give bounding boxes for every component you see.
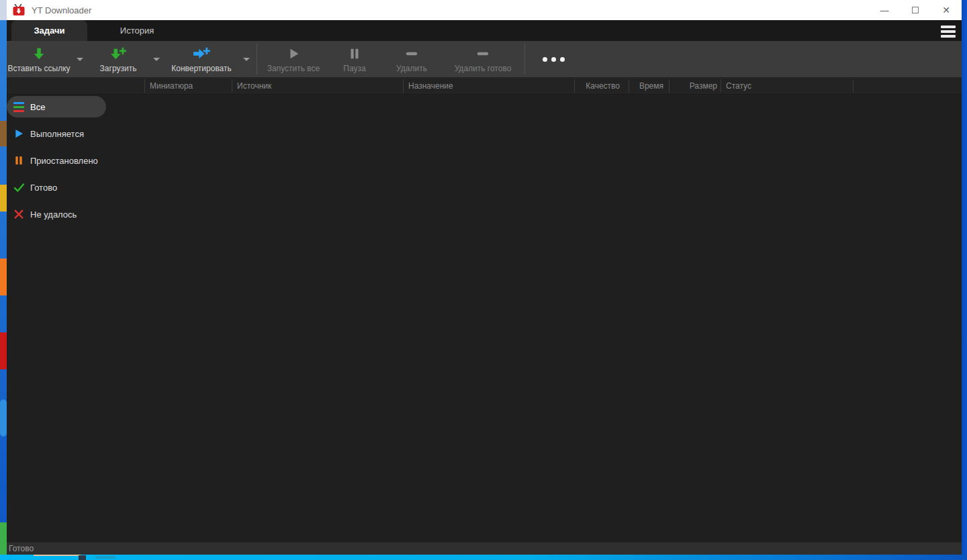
pause-label: Пауза bbox=[343, 64, 365, 73]
menu-button[interactable] bbox=[941, 26, 956, 38]
convert-label: Конвертировать bbox=[171, 64, 232, 73]
desktop-icon-fragment bbox=[0, 400, 7, 436]
taskbar-fragment bbox=[34, 555, 81, 556]
remove-icon bbox=[404, 46, 420, 61]
column-header-time[interactable]: Время bbox=[629, 77, 663, 95]
window-title: YT Downloader bbox=[32, 5, 91, 15]
delete-done-label: Удалить готово bbox=[455, 64, 512, 73]
convert-button[interactable]: Конвертировать bbox=[165, 41, 238, 77]
column-header-destination[interactable]: Назначение bbox=[408, 77, 453, 95]
column-header-thumbnail[interactable]: Миниатюра bbox=[150, 77, 193, 95]
delete-done-button[interactable]: Удалить готово bbox=[443, 41, 523, 77]
desktop-background-right bbox=[961, 0, 967, 560]
task-list-area: Все Выполняется Приостановлено Готово Не… bbox=[7, 95, 962, 542]
desktop-icon-fragment bbox=[0, 0, 7, 20]
remove-icon bbox=[475, 46, 491, 61]
minimize-button[interactable]: — bbox=[869, 0, 900, 20]
hamburger-icon bbox=[941, 26, 956, 28]
toolbar-separator bbox=[524, 44, 525, 75]
tab-tasks[interactable]: Задачи bbox=[11, 20, 87, 41]
column-header-status[interactable]: Статус bbox=[726, 77, 751, 95]
play-icon bbox=[13, 128, 24, 139]
status-bar: Готово bbox=[7, 542, 962, 555]
download-plus-icon bbox=[109, 46, 128, 61]
column-header-source[interactable]: Источник bbox=[237, 77, 271, 95]
app-logo-icon bbox=[13, 4, 26, 16]
filter-done-label: Готово bbox=[30, 183, 57, 193]
toolbar-separator bbox=[257, 44, 257, 75]
app-window: YT Downloader — ✕ Задачи История Вставит… bbox=[7, 0, 962, 555]
tab-bar: Задачи История bbox=[7, 20, 962, 41]
desktop-icon-fragment bbox=[0, 332, 7, 369]
check-icon bbox=[13, 182, 25, 193]
column-header-size[interactable]: Размер bbox=[669, 77, 717, 95]
chevron-down-icon bbox=[77, 58, 83, 61]
chevron-down-icon bbox=[243, 58, 250, 61]
download-arrow-icon bbox=[32, 46, 46, 61]
filter-failed-label: Не удалось bbox=[30, 209, 77, 220]
table-header: Миниатюра Источник Назначение Качество В… bbox=[7, 77, 962, 95]
filter-paused-label: Приостановлено bbox=[30, 156, 98, 166]
download-label: Загрузить bbox=[100, 64, 137, 73]
title-bar: YT Downloader — ✕ bbox=[7, 0, 962, 20]
chevron-down-icon bbox=[153, 58, 160, 61]
cross-icon bbox=[13, 209, 24, 220]
pause-icon bbox=[13, 155, 24, 166]
desktop-icon-fragment bbox=[0, 121, 7, 146]
convert-dropdown[interactable] bbox=[238, 41, 255, 77]
ellipsis-icon bbox=[543, 57, 547, 62]
maximize-icon bbox=[912, 7, 919, 13]
pause-button[interactable]: Пауза bbox=[328, 41, 381, 77]
delete-button[interactable]: Удалить bbox=[381, 41, 443, 77]
play-icon bbox=[286, 46, 301, 61]
filter-done[interactable]: Готово bbox=[7, 177, 106, 198]
filter-paused[interactable]: Приостановлено bbox=[7, 150, 106, 171]
start-all-label: Запустить все bbox=[267, 64, 320, 73]
start-all-button[interactable]: Запустить все bbox=[259, 41, 328, 77]
column-header-quality[interactable]: Качество bbox=[574, 77, 620, 95]
close-button[interactable]: ✕ bbox=[931, 0, 962, 20]
filter-running[interactable]: Выполняется bbox=[7, 123, 106, 144]
taskbar-fragment bbox=[95, 556, 116, 559]
download-dropdown[interactable] bbox=[148, 41, 165, 77]
paste-link-dropdown[interactable] bbox=[71, 41, 89, 77]
maximize-button[interactable] bbox=[900, 0, 931, 20]
desktop-icon-fragment bbox=[0, 522, 7, 555]
pause-icon bbox=[347, 46, 362, 61]
filter-all[interactable]: Все bbox=[7, 96, 106, 118]
desktop-icon-fragment bbox=[0, 185, 7, 212]
desktop-taskbar-strip bbox=[0, 555, 967, 560]
status-text: Готово bbox=[9, 544, 34, 553]
desktop-icon-fragment bbox=[0, 259, 7, 295]
toolbar: Вставить ссылку Загрузить Конвертировать bbox=[7, 41, 962, 77]
desktop-background-left bbox=[0, 0, 7, 560]
filter-failed[interactable]: Не удалось bbox=[7, 203, 106, 225]
tab-history[interactable]: История bbox=[87, 20, 187, 41]
filter-all-label: Все bbox=[30, 102, 45, 112]
delete-label: Удалить bbox=[396, 64, 427, 73]
paste-link-button[interactable]: Вставить ссылку bbox=[7, 41, 71, 77]
list-all-icon bbox=[13, 102, 24, 112]
convert-plus-icon bbox=[191, 46, 212, 61]
filter-running-label: Выполняется bbox=[30, 129, 84, 139]
paste-link-label: Вставить ссылку bbox=[7, 64, 70, 73]
taskbar-fragment bbox=[79, 555, 86, 560]
download-button[interactable]: Загрузить bbox=[89, 41, 148, 77]
more-actions-button[interactable] bbox=[526, 41, 580, 77]
